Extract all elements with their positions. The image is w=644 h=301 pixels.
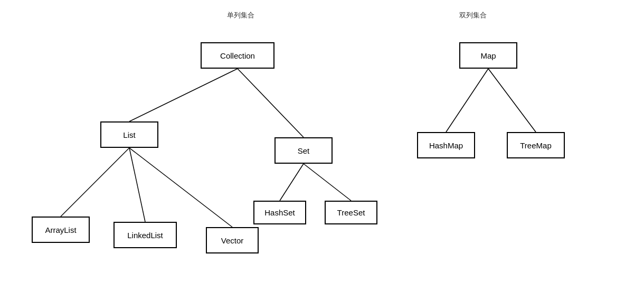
collection-node: Collection (201, 42, 274, 69)
svg-line-6 (304, 164, 351, 201)
list-node: List (100, 121, 158, 148)
diagram: 单列集合 双列集合 Collection List Set ArrayList … (0, 0, 644, 301)
hashset-node: HashSet (253, 201, 306, 224)
svg-line-4 (129, 148, 232, 227)
svg-line-5 (280, 164, 304, 201)
treeset-node: TreeSet (325, 201, 377, 224)
svg-line-3 (129, 148, 145, 222)
linkedlist-node: LinkedList (113, 222, 177, 248)
arraylist-node: ArrayList (32, 217, 90, 243)
svg-line-2 (61, 148, 129, 217)
svg-line-8 (488, 69, 536, 132)
set-node: Set (274, 137, 333, 164)
hashmap-node: HashMap (417, 132, 475, 158)
treemap-node: TreeMap (507, 132, 565, 158)
svg-line-0 (129, 69, 238, 121)
svg-line-1 (238, 69, 304, 137)
vector-node: Vector (206, 227, 259, 253)
map-node: Map (459, 42, 517, 69)
svg-line-7 (446, 69, 488, 132)
single-col-label: 单列集合 (227, 11, 254, 20)
double-col-label: 双列集合 (459, 11, 487, 20)
